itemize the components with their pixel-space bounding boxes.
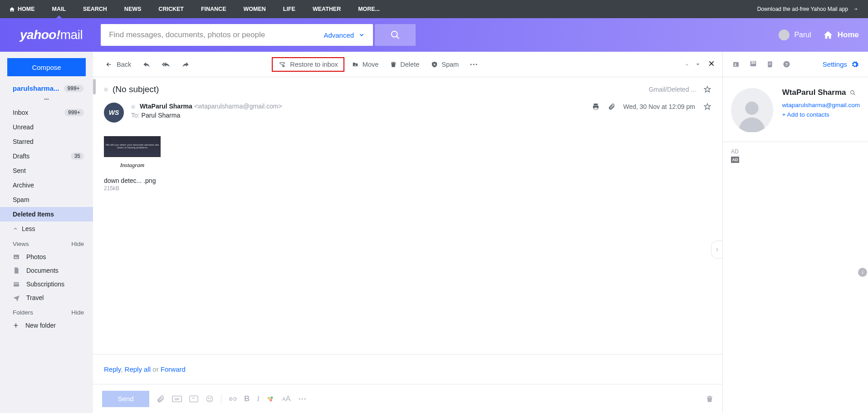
view-travel[interactable]: Travel [0,291,93,305]
profile-menu[interactable]: Parul [779,30,811,40]
more-format-button[interactable] [298,398,306,400]
info-button[interactable]: i [858,268,867,277]
settings-link[interactable]: Settings [823,60,859,69]
reply-link[interactable]: Reply [104,365,121,373]
restore-to-inbox-button[interactable]: Restore to inbox [272,57,344,72]
attachment[interactable]: We tell you when your favourite services… [104,136,161,192]
nav-life[interactable]: LIFE [283,6,295,12]
nav-search[interactable]: SEARCH [83,6,107,12]
new-folder[interactable]: New folder [0,319,93,332]
nav-home[interactable]: HOME [9,6,35,12]
nav-weather[interactable]: WEATHER [313,6,341,12]
yahoo-mail-logo[interactable]: yahoo!mail [20,28,83,42]
contact-name: WtaParul Sharma [782,88,846,97]
scrollbar[interactable] [93,79,96,94]
attachment-icon[interactable] [608,103,615,111]
message-pane: Back Restore to inbox Move Delete [93,52,723,413]
link-button[interactable] [229,396,237,402]
search-icon[interactable] [850,90,856,96]
folder-drafts[interactable]: Drafts35 [0,149,93,163]
add-to-contacts[interactable]: + Add to contacts [782,111,860,118]
contacts-icon[interactable] [732,61,740,68]
folder-sent[interactable]: Sent [0,163,93,178]
stationery-button[interactable] [189,395,198,403]
arrow-left-icon [105,61,113,68]
nav-finance[interactable]: FINANCE [201,6,226,12]
calendar-icon[interactable]: 30 [749,59,757,69]
view-documents[interactable]: Documents [0,264,93,277]
caret-up-icon[interactable] [684,62,690,67]
account-more[interactable]: ••• [0,97,93,105]
back-button[interactable]: Back [100,58,136,71]
close-message[interactable] [708,60,715,69]
forward-button[interactable] [177,58,194,71]
contact-email[interactable]: wtaparulsharma@gmail.com [782,102,860,108]
forward-link[interactable]: Forward [161,365,186,373]
shield-x-icon [431,61,438,68]
reply-all-link[interactable]: Reply all [125,365,151,373]
print-icon[interactable] [592,103,600,111]
attach-file-button[interactable] [157,395,165,403]
send-button[interactable]: Send [102,391,149,407]
account-selector[interactable]: parulsharma... 999+ [0,84,93,97]
compose-button[interactable]: Compose [7,58,86,76]
more-actions[interactable] [466,60,481,69]
hide-folders[interactable]: Hide [71,309,84,316]
star-icon[interactable] [703,103,711,111]
discard-draft[interactable] [706,395,713,403]
views-section-header: Views Hide [0,236,93,250]
nav-news[interactable]: NEWS [124,6,142,12]
folder-deleted-items[interactable]: Deleted Items [0,207,93,221]
folder-starred[interactable]: Starred [0,134,93,149]
emoji-icon [206,395,214,403]
view-subscriptions[interactable]: Subscriptions [0,277,93,291]
svg-point-26 [850,90,854,94]
svg-point-14 [268,397,270,399]
nav-women[interactable]: WOMEN [243,6,265,12]
download-app-link[interactable]: Download the ad-free Yahoo Mail app [757,6,859,12]
reply-button[interactable] [138,58,155,71]
svg-text:GIF: GIF [175,397,180,400]
folder-unread[interactable]: Unread [0,120,93,134]
nav-mail[interactable]: MAIL [52,6,66,12]
collapse-folders[interactable]: Less [0,221,93,236]
yahoo-home-link[interactable]: Home [823,30,859,40]
nav-cricket[interactable]: CRICKET [158,6,184,12]
font-size-button[interactable]: AA [282,394,291,403]
search-input[interactable] [109,30,324,39]
star-icon[interactable] [703,85,711,93]
message-folder-path: Gmail/Deleted ... [649,86,696,93]
search-button[interactable] [375,24,416,46]
sender-name: WtaParul Sharma [140,103,192,110]
help-icon[interactable]: ? [783,60,790,68]
svg-rect-20 [733,62,739,67]
attachment-thumbnail: We tell you when your favourite services… [104,136,161,173]
svg-point-25 [745,102,759,115]
reply-all-button[interactable] [157,58,175,71]
message-date: Wed, 30 Nov at 12:09 pm [623,103,696,110]
move-button[interactable]: Move [347,58,383,71]
gif-button[interactable]: GIF [172,395,182,403]
chevron-right-icon [715,246,719,253]
hide-views[interactable]: Hide [71,241,84,247]
italic-button[interactable]: I [257,394,260,403]
spam-button[interactable]: Spam [427,58,463,71]
reply-all-icon [161,61,171,68]
next-message[interactable] [711,241,723,259]
view-photos[interactable]: Photos [0,250,93,264]
delete-button[interactable]: Delete [386,58,424,71]
folder-spam[interactable]: Spam [0,192,93,207]
ad-label: AD [731,148,739,155]
bold-button[interactable]: B [244,394,250,403]
svg-rect-7 [594,108,597,109]
notepad-icon[interactable] [766,60,774,68]
text-color-button[interactable] [267,396,275,402]
nav-more[interactable]: MORE... [358,6,380,12]
attachment-name: down detec... .png [104,177,161,184]
folder-archive[interactable]: Archive [0,178,93,192]
caret-down-icon[interactable] [695,62,701,67]
svg-rect-1 [14,255,19,259]
emoji-button[interactable] [206,395,214,403]
advanced-search[interactable]: Advanced [324,31,365,39]
folder-inbox[interactable]: Inbox999+ [0,105,93,120]
